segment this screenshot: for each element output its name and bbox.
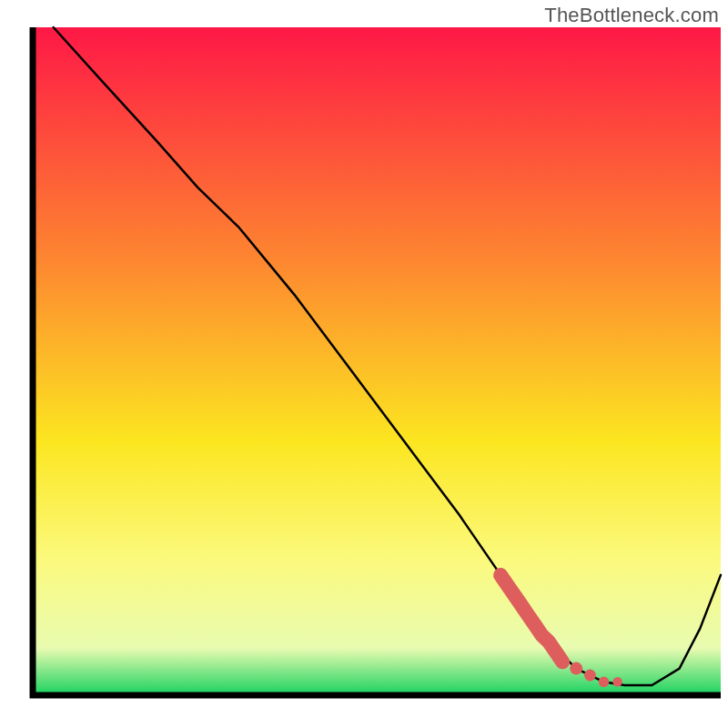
chart-svg: [0, 0, 728, 728]
chart-container: TheBottleneck.com: [0, 0, 728, 728]
plot-area: [0, 0, 728, 728]
watermark-label: TheBottleneck.com: [544, 4, 719, 27]
highlight-dot: [599, 677, 610, 688]
highlight-dot: [584, 670, 596, 682]
gradient-background: [33, 27, 721, 695]
highlight-dot: [570, 662, 582, 675]
highlight-dot: [612, 677, 622, 686]
